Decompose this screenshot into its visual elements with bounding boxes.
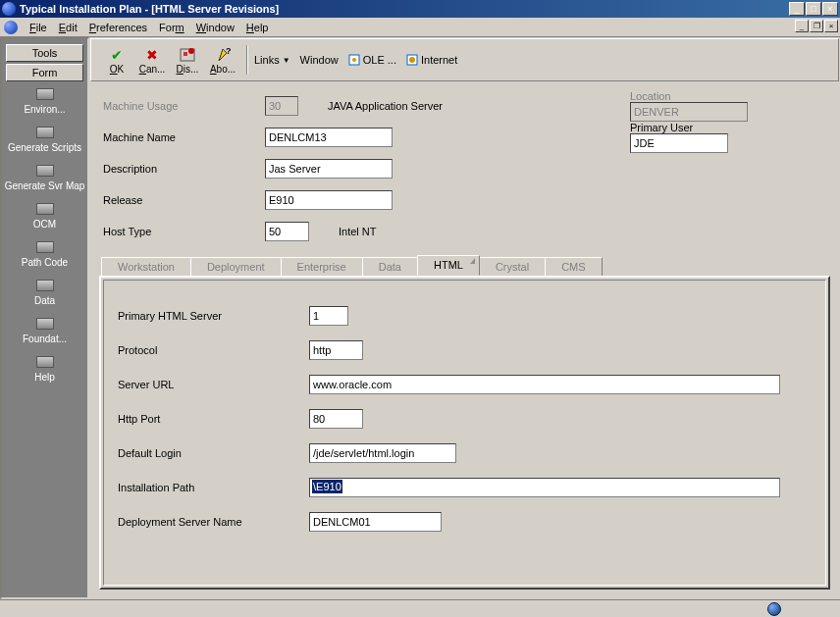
app-icon-small bbox=[4, 21, 18, 34]
tab-enterprise[interactable]: Enterprise bbox=[281, 257, 363, 276]
tab-panel-html: Primary HTML Server Protocol Server URL … bbox=[99, 276, 830, 590]
menu-preferences[interactable]: Preferences bbox=[83, 20, 153, 35]
pathcode-icon bbox=[35, 241, 55, 255]
sidebar-item-genscripts[interactable]: Generate Scripts bbox=[2, 127, 87, 153]
sidebar-item-environ[interactable]: Environ... bbox=[2, 88, 87, 115]
sidebar: Tools Form Environ... Generate Scripts G… bbox=[0, 37, 89, 599]
tab-workstation[interactable]: Workstation bbox=[101, 257, 191, 276]
server-url-field[interactable] bbox=[309, 375, 780, 394]
server-url-label: Server URL bbox=[118, 379, 309, 390]
menubar: File Edit Preferences Form Window Help _… bbox=[0, 18, 840, 37]
machine-usage-label: Machine Usage bbox=[103, 100, 265, 112]
about-button[interactable]: ? Abo... bbox=[205, 46, 240, 75]
machine-usage-desc: JAVA Application Server bbox=[328, 100, 443, 112]
tab-html[interactable]: HTML bbox=[417, 255, 480, 276]
links-window[interactable]: Window bbox=[300, 54, 339, 66]
toolbar: ✔ OK ✖ Can... Dis... ? Abo... Links Wind… bbox=[90, 38, 839, 81]
child-close-button[interactable]: × bbox=[824, 20, 838, 32]
gensvrmap-icon bbox=[35, 165, 55, 179]
help-icon bbox=[35, 356, 55, 370]
host-type-label: Host Type bbox=[103, 226, 265, 237]
tab-deployment[interactable]: Deployment bbox=[190, 257, 282, 276]
globe-icon bbox=[767, 602, 781, 616]
primary-user-field[interactable] bbox=[630, 133, 728, 153]
ole-icon bbox=[348, 54, 360, 66]
tab-crystal[interactable]: Crystal bbox=[479, 257, 546, 276]
child-restore-button[interactable]: ❐ bbox=[810, 20, 823, 32]
install-path-label: Installation Path bbox=[118, 482, 309, 493]
sidebar-item-foundat[interactable]: Foundat... bbox=[2, 318, 87, 344]
svg-point-2 bbox=[188, 48, 194, 54]
genscripts-icon bbox=[35, 127, 55, 140]
sidebar-item-help[interactable]: Help bbox=[2, 356, 87, 383]
http-port-label: Http Port bbox=[118, 413, 309, 425]
menu-form[interactable]: Form bbox=[153, 20, 190, 35]
svg-rect-1 bbox=[184, 52, 187, 56]
minimize-button[interactable]: _ bbox=[789, 2, 805, 16]
machine-name-field[interactable] bbox=[265, 128, 393, 147]
release-field[interactable] bbox=[265, 190, 393, 210]
menu-file[interactable]: File bbox=[24, 20, 53, 35]
check-icon: ✔ bbox=[108, 46, 126, 64]
environ-icon bbox=[35, 88, 55, 102]
description-field[interactable] bbox=[265, 159, 393, 179]
primary-html-label: Primary HTML Server bbox=[118, 310, 309, 322]
dep-server-label: Deployment Server Name bbox=[118, 516, 309, 528]
sidebar-item-pathcode[interactable]: Path Code bbox=[2, 241, 87, 268]
location-field bbox=[630, 102, 748, 122]
release-label: Release bbox=[103, 194, 265, 206]
display-icon bbox=[179, 46, 196, 64]
protocol-label: Protocol bbox=[118, 344, 309, 356]
primary-html-field[interactable] bbox=[309, 306, 348, 326]
primary-user-label: Primary User bbox=[630, 122, 758, 133]
svg-point-7 bbox=[409, 57, 415, 63]
ok-button[interactable]: ✔ OK bbox=[99, 46, 134, 75]
ocm-icon bbox=[35, 203, 55, 217]
menu-window[interactable]: Window bbox=[190, 20, 240, 35]
svg-text:?: ? bbox=[226, 47, 231, 56]
menu-edit[interactable]: Edit bbox=[53, 20, 83, 35]
default-login-label: Default Login bbox=[118, 447, 309, 459]
default-login-field[interactable] bbox=[309, 443, 456, 463]
install-path-field[interactable]: \E910 bbox=[309, 478, 780, 497]
titlebar: Typical Installation Plan - [HTML Server… bbox=[0, 0, 840, 18]
cancel-button[interactable]: ✖ Can... bbox=[134, 46, 170, 75]
sidebar-item-data[interactable]: Data bbox=[2, 280, 87, 306]
protocol-field[interactable] bbox=[309, 340, 363, 360]
window-title: Typical Installation Plan - [HTML Server… bbox=[20, 3, 789, 15]
x-icon: ✖ bbox=[143, 46, 161, 64]
close-button[interactable]: × bbox=[822, 2, 838, 16]
location-label: Location bbox=[630, 90, 758, 102]
about-icon: ? bbox=[214, 46, 232, 64]
links-dropdown[interactable]: Links bbox=[254, 54, 290, 66]
child-minimize-button[interactable]: _ bbox=[795, 20, 809, 32]
links-ole[interactable]: OLE ... bbox=[348, 54, 396, 66]
statusbar bbox=[0, 599, 840, 617]
display-button[interactable]: Dis... bbox=[170, 46, 205, 75]
machine-usage-field bbox=[265, 96, 298, 116]
links-internet[interactable]: Internet bbox=[406, 54, 457, 66]
tab-cms[interactable]: CMS bbox=[545, 257, 602, 276]
machine-name-label: Machine Name bbox=[103, 131, 265, 143]
menu-help[interactable]: Help bbox=[240, 20, 275, 35]
internet-icon bbox=[406, 54, 418, 66]
svg-point-5 bbox=[352, 58, 356, 62]
tabstrip: Workstation Deployment Enterprise Data H… bbox=[99, 255, 830, 276]
sidebar-item-gensvrmap[interactable]: Generate Svr Map bbox=[2, 165, 87, 191]
tab-data[interactable]: Data bbox=[362, 257, 418, 276]
sidebar-form-button[interactable]: Form bbox=[6, 64, 83, 81]
form-header: Machine Usage JAVA Application Server Lo… bbox=[89, 82, 840, 249]
dep-server-field[interactable] bbox=[309, 512, 442, 532]
app-icon bbox=[2, 2, 16, 16]
sidebar-item-ocm[interactable]: OCM bbox=[2, 203, 87, 230]
maximize-button[interactable]: □ bbox=[806, 2, 821, 16]
install-path-value: \E910 bbox=[312, 480, 342, 493]
description-label: Description bbox=[103, 163, 265, 175]
foundat-icon bbox=[35, 318, 55, 332]
host-type-desc: Intel NT bbox=[339, 226, 377, 237]
data-icon bbox=[35, 280, 55, 293]
http-port-field[interactable] bbox=[309, 409, 363, 429]
host-type-field[interactable] bbox=[265, 222, 309, 241]
sidebar-tools-button[interactable]: Tools bbox=[6, 44, 83, 62]
